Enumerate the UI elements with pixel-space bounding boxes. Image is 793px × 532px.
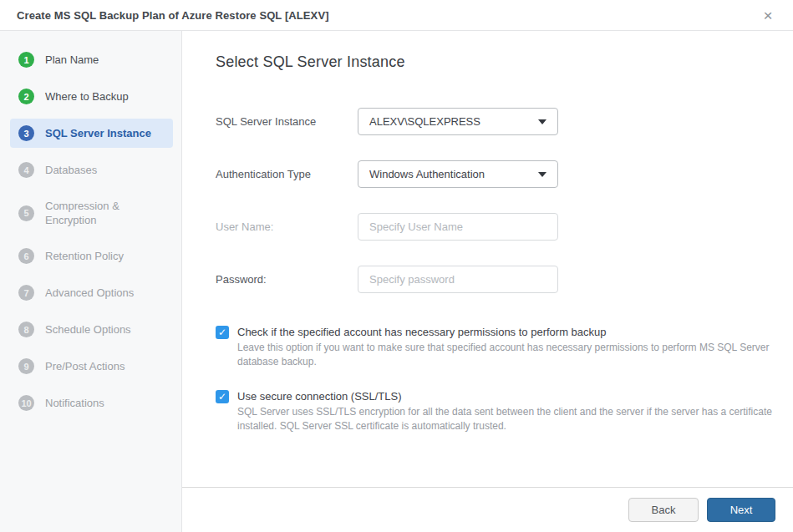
sql-instance-select[interactable]: ALEXV\SQLEXPRESS [358, 108, 558, 135]
page-title: Select SQL Server Instance [216, 53, 776, 71]
instance-label: SQL Server Instance [216, 115, 358, 128]
check-permissions-checkbox[interactable]: ✓ [216, 326, 229, 339]
step-label: SQL Server Instance [45, 126, 151, 140]
sidebar-item-notifications[interactable]: 10 Notifications [10, 388, 173, 418]
step-label: Databases [45, 163, 97, 177]
wizard-footer: Back Next [182, 487, 793, 532]
auth-type-select[interactable]: Windows Authentication [358, 160, 558, 188]
next-button[interactable]: Next [707, 498, 775, 522]
step-label: Pre/Post Actions [45, 359, 125, 373]
username-field[interactable] [358, 213, 558, 241]
sidebar-item-schedule-options[interactable]: 8 Schedule Options [10, 315, 173, 344]
form-row-username: User Name: [216, 213, 776, 241]
wizard-dialog: Create MS SQL Backup Plan of Azure Resto… [0, 0, 793, 532]
auth-type-label: Authentication Type [216, 168, 358, 180]
step-label: Schedule Options [45, 322, 131, 337]
sidebar-item-retention-policy[interactable]: 6 Retention Policy [10, 241, 173, 271]
sql-instance-selected-value: ALEXV\SQLEXPRESS [369, 115, 531, 128]
step-label: Notifications [45, 396, 104, 410]
main-panel: Select SQL Server Instance SQL Server In… [182, 31, 793, 532]
sidebar-item-plan-name[interactable]: 1 Plan Name [10, 45, 173, 74]
step-number-badge: 9 [18, 358, 34, 374]
sidebar-item-pre-post-actions[interactable]: 9 Pre/Post Actions [10, 352, 173, 381]
sidebar-item-compression-encryption[interactable]: 5 Compression & Encryption [10, 192, 173, 234]
step-number-badge: 2 [18, 89, 34, 104]
close-icon[interactable]: × [758, 5, 778, 25]
step-number-badge: 8 [18, 322, 34, 337]
step-number-badge: 5 [18, 205, 34, 221]
step-label: Retention Policy [45, 249, 124, 263]
password-label: Password: [216, 273, 358, 286]
secure-connection-label[interactable]: Use secure connection (SSL/TLS) [237, 389, 776, 403]
step-number-badge: 6 [18, 248, 34, 264]
sidebar-item-advanced-options[interactable]: 7 Advanced Options [10, 278, 173, 307]
form-row-instance: SQL Server Instance ALEXV\SQLEXPRESS [216, 108, 776, 135]
form-row-password: Password: [216, 266, 776, 293]
step-label: Advanced Options [45, 286, 134, 300]
step-number-badge: 1 [18, 52, 34, 68]
step-number-badge: 4 [18, 162, 34, 178]
check-permissions-description: Leave this option if you want to make su… [237, 341, 776, 369]
wizard-steps-sidebar: 1 Plan Name 2 Where to Backup 3 SQL Serv… [0, 31, 182, 532]
check-permissions-label[interactable]: Check if the specified account has neces… [237, 325, 776, 339]
step-number-badge: 7 [18, 285, 34, 301]
secure-connection-option: ✓ Use secure connection (SSL/TLS) SQL Se… [216, 389, 776, 433]
check-permissions-option: ✓ Check if the specified account has nec… [216, 325, 776, 369]
sidebar-item-where-to-backup[interactable]: 2 Where to Backup [10, 82, 173, 111]
password-field[interactable] [358, 266, 558, 293]
sidebar-item-sql-server-instance[interactable]: 3 SQL Server Instance [10, 119, 173, 148]
step-number-badge: 10 [18, 395, 34, 411]
chevron-down-icon [538, 172, 546, 177]
back-button[interactable]: Back [628, 498, 699, 522]
form-row-auth: Authentication Type Windows Authenticati… [216, 160, 776, 188]
chevron-down-icon [538, 119, 546, 124]
secure-connection-checkbox[interactable]: ✓ [216, 390, 229, 403]
auth-type-selected-value: Windows Authentication [369, 168, 531, 180]
step-label: Where to Backup [45, 89, 129, 104]
sidebar-item-databases[interactable]: 4 Databases [10, 155, 173, 185]
username-label: User Name: [216, 220, 358, 233]
step-label: Compression & Encryption [45, 199, 158, 227]
step-number-badge: 3 [18, 125, 34, 141]
titlebar: Create MS SQL Backup Plan of Azure Resto… [0, 0, 793, 31]
secure-connection-description: SQL Server uses SSL/TLS encryption for a… [237, 405, 776, 433]
dialog-title: Create MS SQL Backup Plan of Azure Resto… [17, 9, 758, 22]
step-label: Plan Name [45, 53, 99, 67]
